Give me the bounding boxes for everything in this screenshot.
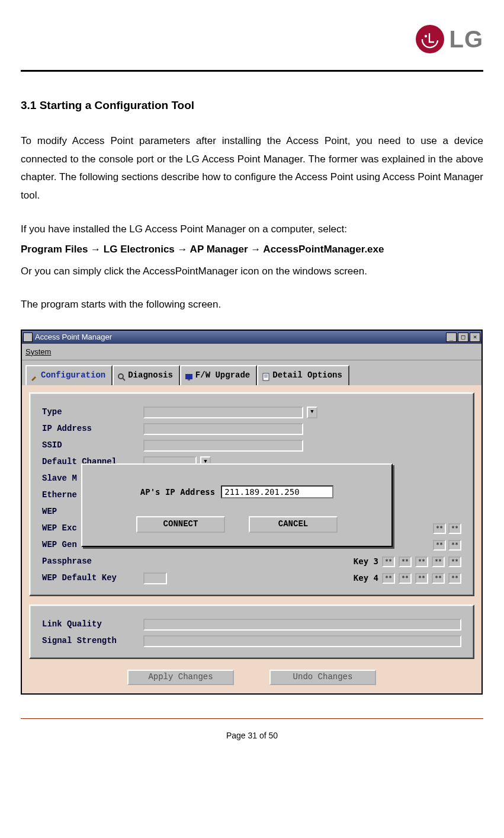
key-cell[interactable]: **	[399, 573, 412, 584]
key-cell[interactable]: **	[382, 573, 395, 584]
tab-label: F/W Upgrade	[195, 368, 250, 383]
minimize-button[interactable]: _	[446, 332, 457, 342]
paragraph-4: The program starts with the following sc…	[21, 296, 483, 314]
label-wep-default: WEP Default Key	[42, 571, 140, 586]
key-cell[interactable]: **	[433, 540, 446, 551]
lg-brand-text: LG	[449, 18, 483, 60]
maximize-button[interactable]: □	[458, 332, 468, 342]
note-icon	[262, 372, 270, 380]
window-buttons: _ □ ×	[446, 332, 480, 342]
svg-point-1	[118, 374, 123, 379]
magnifier-icon	[117, 372, 126, 380]
label-passphrase: Passphrase	[42, 554, 140, 569]
wrench-icon	[30, 372, 38, 380]
paragraph-3: Or you can simply click the AccessPointM…	[21, 263, 483, 281]
key-cell[interactable]: **	[433, 523, 446, 534]
key-cell[interactable]: **	[448, 573, 461, 584]
label-link-quality: Link Quality	[42, 617, 140, 632]
label-type: Type	[42, 405, 140, 420]
tab-label: Configuration	[41, 368, 105, 383]
header-logo-row: LG	[21, 18, 483, 60]
key-cell[interactable]: **	[399, 556, 412, 567]
label-signal: Signal Strength	[42, 634, 140, 648]
svg-point-0	[425, 35, 427, 37]
tab-fw-upgrade[interactable]: F/W Upgrade	[180, 365, 257, 386]
tab-label: Detail Options	[272, 368, 342, 383]
dialog-ip-input[interactable]: 211.189.201.250	[221, 485, 333, 498]
dialog-ip-label: AP's IP Address	[140, 485, 215, 500]
label-key3: Key 3	[343, 554, 378, 569]
lg-logo: LG	[416, 18, 483, 60]
key-cell[interactable]: **	[432, 556, 445, 567]
client-area: Type ▼ IP Address SSID Default Channel ▼…	[22, 385, 481, 693]
key-cell[interactable]: **	[415, 573, 428, 584]
key-cell[interactable]: **	[448, 540, 461, 551]
screen-icon	[185, 372, 193, 380]
tab-label: Diagnosis	[128, 368, 173, 383]
tab-diagnosis[interactable]: Diagnosis	[113, 365, 180, 386]
ssid-input[interactable]	[143, 440, 303, 452]
menu-system-rest[interactable]: ystem	[31, 347, 52, 356]
label-key4: Key 4	[343, 571, 378, 586]
status-panel: Link Quality Signal Strength	[29, 604, 474, 659]
link-quality-bar	[143, 619, 461, 631]
label-ssid: SSID	[42, 438, 140, 453]
key-cell[interactable]: **	[415, 556, 428, 567]
paragraph-2: If you have installed the LG Access Poin…	[21, 220, 483, 239]
cancel-button[interactable]: CANCEL	[249, 516, 338, 533]
system-menu-icon[interactable]	[23, 332, 33, 342]
svg-rect-3	[185, 374, 192, 379]
wep-default-select[interactable]	[143, 572, 167, 584]
svg-line-2	[123, 378, 125, 380]
key-cell[interactable]: **	[432, 573, 445, 584]
key-cell[interactable]: **	[448, 556, 461, 567]
tabbar: Configuration Diagnosis F/W Upgrade Deta…	[22, 360, 481, 385]
key-cell[interactable]: **	[382, 556, 395, 567]
app-window: Access Point Manager _ □ × System Config…	[21, 330, 483, 695]
tab-detail-options[interactable]: Detail Options	[257, 365, 349, 386]
dropdown-icon[interactable]: ▼	[307, 407, 317, 418]
section-title: 3.1 Starting a Configuration Tool	[21, 95, 483, 116]
connect-button[interactable]: CONNECT	[136, 516, 225, 533]
footer-rule	[21, 718, 483, 719]
key-cell[interactable]: **	[448, 523, 461, 534]
label-ip: IP Address	[42, 421, 140, 436]
close-button[interactable]: ×	[470, 332, 480, 342]
menubar: System	[22, 344, 481, 360]
apply-changes-button[interactable]: Apply Changes	[127, 670, 234, 685]
titlebar: Access Point Manager _ □ ×	[22, 331, 481, 344]
signal-strength-bar	[143, 635, 461, 647]
undo-changes-button[interactable]: Undo Changes	[269, 670, 376, 685]
ip-input[interactable]	[143, 423, 303, 435]
header-rule	[21, 70, 483, 72]
bottom-buttons: Apply Changes Undo Changes	[29, 667, 474, 686]
tab-configuration[interactable]: Configuration	[25, 365, 113, 385]
window-title: Access Point Manager	[35, 330, 112, 344]
svg-rect-4	[188, 379, 190, 380]
type-select[interactable]	[143, 407, 303, 418]
paragraph-1: To modify Access Point parameters after …	[21, 132, 483, 204]
nav-path: Program Files → LG Electronics → AP Mana…	[21, 241, 483, 259]
page-number: Page 31 of 50	[21, 728, 483, 743]
lg-face-icon	[416, 25, 444, 53]
connect-dialog: AP's IP Address 211.189.201.250 CONNECT …	[81, 463, 393, 547]
menu-system[interactable]: S	[25, 347, 31, 356]
